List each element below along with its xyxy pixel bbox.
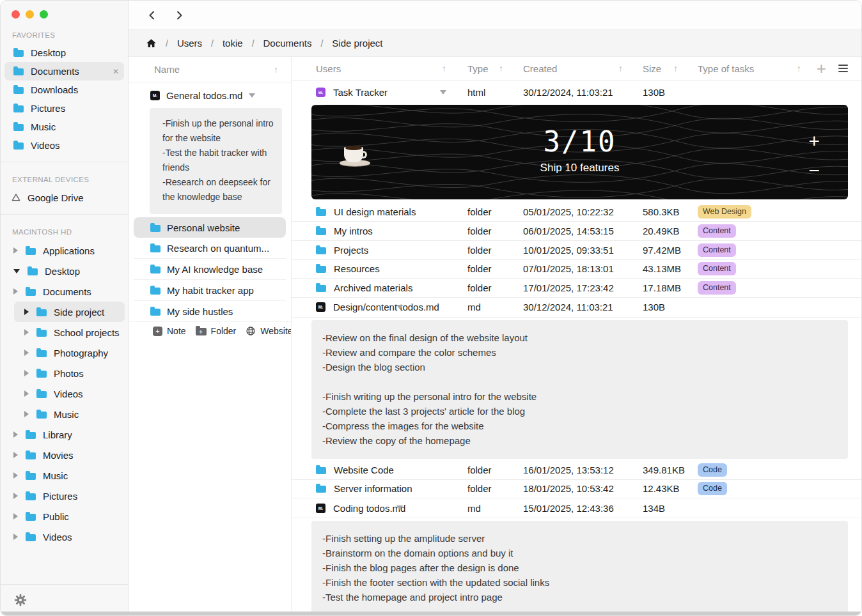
tree-item-movies[interactable]: Movies: [1, 445, 128, 465]
collapse-preview-icon[interactable]: [396, 305, 403, 309]
column-header-size[interactable]: Size: [643, 63, 698, 74]
type-cell: folder: [467, 226, 523, 236]
horizontal-scrollbar[interactable]: [1, 612, 861, 615]
tree-item-public[interactable]: Public: [1, 506, 128, 527]
add-column-icon[interactable]: [817, 60, 826, 77]
sort-ascending-icon[interactable]: [442, 63, 446, 73]
list-item-side-hustles[interactable]: My side hustles: [134, 301, 286, 321]
chevron-right-icon[interactable]: [24, 350, 29, 356]
chevron-right-icon[interactable]: [24, 370, 29, 376]
decrement-button[interactable]: −: [808, 161, 820, 180]
tree-item-side-project[interactable]: Side project: [14, 302, 125, 322]
sidebar-footer: [1, 584, 128, 615]
chevron-down-icon[interactable]: [13, 269, 20, 273]
table-row-ui-design-materials[interactable]: UI design materials folder 05/01/2025, 1…: [292, 203, 861, 222]
breadcrumb-item-side-project[interactable]: Side project: [332, 38, 382, 49]
chevron-right-icon[interactable]: [13, 431, 18, 438]
table-row-design-content-todos[interactable]: M↓ Design/content todos.md md 30/12/2024…: [292, 298, 861, 318]
chevron-right-icon[interactable]: [13, 513, 18, 520]
home-icon[interactable]: [146, 38, 157, 49]
sort-ascending-icon[interactable]: [618, 63, 623, 73]
folder-plus-icon: [196, 328, 207, 335]
list-item-habit-tracker-app[interactable]: My habit tracker app: [134, 280, 286, 300]
tree-item-photography[interactable]: Photography: [1, 343, 128, 363]
settings-gear-icon[interactable]: [13, 593, 27, 607]
sidebar-item-documents[interactable]: Documents: [4, 62, 124, 81]
collapse-preview-icon[interactable]: [249, 93, 255, 98]
collapse-preview-icon[interactable]: [396, 505, 403, 510]
list-item-ai-knowledge-base[interactable]: My AI knowledge base: [134, 259, 286, 279]
tree-item-videos-root[interactable]: Videos: [1, 527, 128, 547]
view-options-icon[interactable]: [838, 65, 848, 72]
list-item-general-todos[interactable]: M↓ General todos.md: [134, 85, 286, 105]
sidebar-item-google-drive[interactable]: Google Drive: [1, 188, 128, 207]
tree-item-videos[interactable]: Videos: [1, 383, 128, 404]
chevron-right-icon[interactable]: [13, 534, 18, 540]
new-website-button[interactable]: Website: [246, 326, 292, 336]
table-row-projects[interactable]: Projects folder 10/01/2025, 09:33:51 97.…: [292, 241, 861, 260]
new-folder-button[interactable]: Folder: [196, 326, 237, 336]
table-row-server-information[interactable]: Server information folder 18/01/2025, 10…: [292, 480, 861, 499]
table-row-task-tracker[interactable]: w. Task Tracker html 30/12/2024, 11:03:2…: [292, 81, 861, 104]
breadcrumb-item-users[interactable]: Users: [177, 38, 202, 49]
breadcrumb-item-tokie[interactable]: tokie: [223, 38, 243, 49]
collapse-preview-icon[interactable]: [440, 90, 446, 95]
chevron-right-icon[interactable]: [24, 309, 29, 315]
zoom-window-button[interactable]: [40, 10, 48, 19]
tree-item-applications[interactable]: Applications: [1, 240, 128, 261]
chevron-right-icon[interactable]: [24, 411, 29, 417]
folder-icon: [13, 50, 24, 57]
tree-item-pictures-root[interactable]: Pictures: [1, 486, 128, 506]
new-note-button[interactable]: Note: [153, 326, 186, 336]
tree-item-school-projects[interactable]: School projects: [1, 322, 128, 343]
sort-ascending-icon[interactable]: [797, 63, 801, 73]
forward-button[interactable]: [173, 10, 185, 21]
sidebar-item-downloads[interactable]: Downloads: [4, 81, 124, 99]
list-item-research-quantum[interactable]: Research on quantum...: [134, 238, 286, 258]
sidebar-item-videos[interactable]: Videos: [4, 136, 124, 155]
file-name: Website Code: [334, 465, 394, 475]
back-button[interactable]: [146, 10, 158, 21]
tree-item-label: Music: [43, 470, 68, 481]
tree-item-desktop[interactable]: Desktop: [1, 261, 128, 281]
markdown-file-icon: M↓: [150, 91, 160, 100]
sort-ascending-icon[interactable]: [274, 65, 278, 75]
remove-favorite-icon[interactable]: [113, 67, 119, 76]
tree-item-music[interactable]: Music: [1, 404, 128, 424]
column-header-type[interactable]: Type: [467, 63, 523, 74]
breadcrumb-item-documents[interactable]: Documents: [263, 38, 312, 49]
chevron-right-icon[interactable]: [13, 472, 18, 479]
table-row-my-intros[interactable]: My intros folder 06/01/2025, 14:53:15 20…: [292, 222, 861, 241]
chevron-right-icon[interactable]: [13, 288, 18, 295]
chevron-right-icon[interactable]: [24, 390, 29, 397]
tree-item-library[interactable]: Library: [1, 424, 128, 445]
tree-item-documents[interactable]: Documents: [1, 281, 128, 302]
name-column-header[interactable]: Name: [129, 57, 291, 82]
table-row-archived-materials[interactable]: Archived materials folder 17/01/2025, 17…: [292, 279, 861, 298]
close-window-button[interactable]: [12, 10, 20, 19]
chevron-right-icon[interactable]: [13, 493, 18, 499]
chevron-right-icon[interactable]: [13, 452, 18, 458]
sidebar-item-music[interactable]: Music: [4, 118, 124, 136]
sort-ascending-icon[interactable]: [673, 63, 678, 73]
sidebar-item-desktop[interactable]: Desktop: [4, 43, 124, 62]
task-tracker-banner[interactable]: 3/10 Ship 10 features + −: [311, 105, 848, 199]
sort-ascending-icon[interactable]: [499, 63, 503, 73]
increment-button[interactable]: +: [808, 132, 820, 151]
tree-item-photos[interactable]: Photos: [1, 363, 128, 383]
tree-item-label: Side project: [54, 307, 104, 318]
chevron-right-icon[interactable]: [13, 247, 18, 254]
tree-item-music-root[interactable]: Music: [1, 465, 128, 486]
size-cell: 17.18MB: [643, 282, 698, 293]
sidebar-item-pictures[interactable]: Pictures: [4, 99, 124, 118]
created-cell: 17/01/2025, 17:23:42: [523, 282, 643, 293]
table-row-website-code[interactable]: Website Code folder 16/01/2025, 13:53:12…: [292, 461, 861, 480]
column-header-type-of-tasks[interactable]: Type of tasks: [698, 60, 848, 77]
table-row-resources[interactable]: Resources folder 07/01/2025, 18:13:01 43…: [292, 260, 861, 279]
minimize-window-button[interactable]: [26, 10, 34, 19]
column-header-created[interactable]: Created: [523, 63, 643, 74]
table-row-coding-todos[interactable]: M↓ Coding todos.md md 15/01/2025, 12:43:…: [292, 498, 861, 518]
chevron-right-icon[interactable]: [24, 329, 29, 335]
column-header-users[interactable]: Users: [311, 63, 467, 74]
list-item-personal-website[interactable]: Personal website: [134, 217, 286, 238]
